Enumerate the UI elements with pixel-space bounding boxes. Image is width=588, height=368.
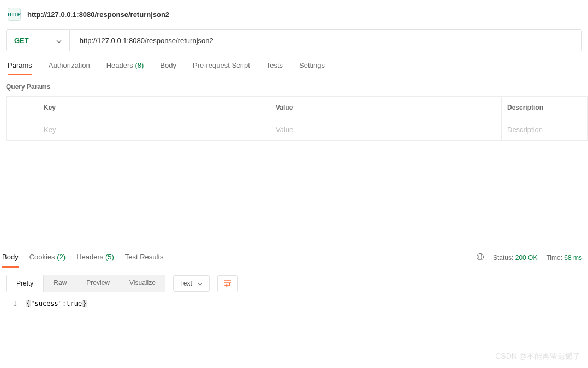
response-meta: Status: 200 OK Time: 68 ms	[476, 253, 582, 263]
http-method-value: GET	[14, 37, 29, 45]
request-tabs: Params Authorization Headers (8) Body Pr…	[0, 51, 588, 75]
body-view-tabs: Pretty Raw Preview Visualize	[6, 275, 165, 292]
response-body-code[interactable]: 1 {"sucess":true}	[0, 296, 588, 311]
body-language-value: Text	[180, 280, 192, 287]
tab-tests[interactable]: Tests	[266, 61, 283, 75]
response-tabs: Body Cookies (2) Headers (5) Test Result…	[2, 247, 164, 268]
resp-headers-label: Headers	[76, 253, 103, 261]
checkbox-header	[7, 97, 38, 118]
tab-headers-label: Headers	[106, 61, 133, 69]
line-number: 1	[6, 300, 26, 307]
tab-headers-count: (8)	[135, 61, 144, 69]
view-visualize[interactable]: Visualize	[120, 275, 165, 292]
resp-tab-body[interactable]: Body	[2, 247, 19, 268]
query-params-table: Key Value Description	[6, 96, 588, 141]
close-brace: }	[82, 300, 87, 307]
http-method-select[interactable]: GET	[7, 30, 70, 51]
tab-headers[interactable]: Headers (8)	[106, 61, 144, 75]
description-input[interactable]	[507, 126, 582, 134]
open-brace: {	[26, 300, 31, 307]
resp-cookies-label: Cookies	[29, 253, 55, 261]
response-body-line: {"sucess":true}	[26, 300, 87, 307]
tab-prerequest[interactable]: Pre-request Script	[193, 61, 250, 75]
json-key: "sucess"	[31, 300, 62, 307]
wrap-lines-button[interactable]	[217, 275, 238, 292]
request-url-input[interactable]	[70, 30, 581, 51]
body-language-select[interactable]: Text	[173, 275, 210, 292]
request-title: http://127.0.0.1:8080/response/returnjso…	[27, 10, 169, 19]
key-input[interactable]	[44, 126, 264, 134]
globe-icon[interactable]	[476, 253, 484, 263]
view-pretty[interactable]: Pretty	[6, 275, 44, 292]
header-description: Description	[502, 97, 587, 118]
time-block: Time: 68 ms	[546, 254, 582, 262]
view-preview[interactable]: Preview	[76, 275, 120, 292]
watermark: CSDN @不能再留遗憾了	[495, 352, 580, 361]
time-value: 68 ms	[564, 254, 582, 262]
status-value: 200 OK	[515, 254, 538, 262]
value-input[interactable]	[276, 126, 496, 134]
status-block: Status: 200 OK	[493, 254, 537, 262]
header-value: Value	[270, 97, 502, 118]
json-value: true	[66, 300, 82, 307]
resp-tab-test-results[interactable]: Test Results	[125, 247, 164, 268]
status-label: Status:	[493, 254, 513, 262]
tab-body[interactable]: Body	[160, 61, 176, 75]
tab-params[interactable]: Params	[8, 61, 32, 75]
view-raw[interactable]: Raw	[44, 275, 76, 292]
time-label: Time:	[546, 254, 562, 262]
http-method-icon: HTTP	[8, 8, 21, 21]
resp-cookies-count: (2)	[57, 253, 66, 261]
header-key: Key	[38, 97, 270, 118]
resp-tab-cookies[interactable]: Cookies (2)	[29, 247, 66, 268]
tab-settings[interactable]: Settings	[299, 61, 325, 75]
tab-authorization[interactable]: Authorization	[49, 61, 90, 75]
body-toolbar: Pretty Raw Preview Visualize Text	[0, 268, 588, 296]
resp-headers-count: (5)	[105, 253, 114, 261]
query-params-label: Query Params	[0, 75, 588, 96]
table-header-row: Key Value Description	[7, 97, 587, 118]
resp-tab-headers[interactable]: Headers (5)	[76, 247, 114, 268]
row-checkbox-cell[interactable]	[7, 118, 38, 140]
chevron-down-icon	[56, 37, 62, 45]
table-row	[7, 118, 587, 140]
chevron-down-icon	[198, 280, 203, 287]
request-url-bar: GET	[6, 29, 582, 51]
